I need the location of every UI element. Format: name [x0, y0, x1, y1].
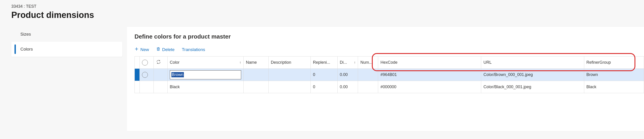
- sort-asc-icon: ↑: [239, 61, 241, 65]
- row-select[interactable]: [140, 81, 154, 93]
- cell-color[interactable]: Black: [167, 81, 244, 93]
- col-rowmarker: [135, 56, 140, 69]
- translations-button[interactable]: Translations: [182, 47, 205, 52]
- cell-description[interactable]: [268, 69, 311, 81]
- cell-refinergroup[interactable]: Black: [584, 81, 644, 93]
- color-grid: Color ↑ Name Description Repleni... Di..…: [134, 56, 644, 93]
- cell-display[interactable]: 0.00: [338, 81, 358, 93]
- col-color[interactable]: Color ↑: [167, 56, 244, 69]
- table-row[interactable]: Black 0 0.00 #000000 Color/Black_000_001…: [135, 81, 644, 93]
- color-input-value: Brown: [172, 72, 184, 77]
- cell-url[interactable]: Color/Brown_000_001.jpeg: [481, 69, 584, 81]
- translations-label: Translations: [182, 47, 205, 52]
- sort-asc-icon: ↑: [354, 61, 356, 65]
- cell-replenishment[interactable]: 0: [311, 81, 338, 93]
- delete-label: Delete: [162, 47, 174, 52]
- col-refinergroup[interactable]: RefinerGroup: [584, 56, 644, 69]
- col-display[interactable]: Di... ↑: [338, 56, 358, 69]
- trash-icon: [156, 47, 160, 52]
- cell-color[interactable]: Brown: [167, 69, 244, 81]
- page-title: Product dimensions: [11, 10, 644, 20]
- plus-icon: [134, 47, 138, 52]
- tab-label: Sizes: [20, 32, 31, 37]
- row-spacer: [154, 69, 167, 81]
- new-label: New: [140, 47, 149, 52]
- cell-hexcode[interactable]: #000000: [378, 81, 481, 93]
- panel-title: Define colors for a product master: [134, 33, 644, 40]
- table-row[interactable]: Brown 0 0.00 #964B01 Color/Brown_000_001…: [135, 69, 644, 81]
- row-select[interactable]: [140, 69, 154, 81]
- col-description[interactable]: Description: [268, 56, 311, 69]
- cell-url[interactable]: Color/Black_000_001.jpeg: [481, 81, 584, 93]
- col-number[interactable]: Num...: [358, 56, 378, 69]
- col-display-label: Di...: [340, 60, 347, 65]
- refresh-button[interactable]: [154, 56, 167, 69]
- row-marker: [135, 81, 140, 93]
- cell-name[interactable]: [244, 69, 268, 81]
- main-panel: Define colors for a product master New D…: [127, 27, 644, 131]
- col-replenishment[interactable]: Repleni...: [311, 56, 338, 69]
- row-spacer: [154, 81, 167, 93]
- col-url[interactable]: URL: [481, 56, 584, 69]
- circle-icon: [142, 72, 148, 78]
- cell-hexcode[interactable]: #964B01: [378, 69, 481, 81]
- col-hexcode[interactable]: HexCode: [378, 56, 481, 69]
- new-button[interactable]: New: [134, 47, 149, 52]
- row-marker: [135, 69, 140, 81]
- cell-number[interactable]: [358, 69, 378, 81]
- cell-refinergroup[interactable]: Brown: [584, 69, 644, 81]
- cell-number[interactable]: [358, 81, 378, 93]
- svg-rect-2: [158, 48, 160, 51]
- cell-replenishment[interactable]: 0: [311, 69, 338, 81]
- cell-display[interactable]: 0.00: [338, 69, 358, 81]
- tab-label: Colors: [20, 47, 33, 52]
- cell-description[interactable]: [268, 81, 311, 93]
- breadcrumb: 33434 : TEST: [11, 4, 644, 9]
- circle-icon: [142, 60, 148, 66]
- cell-name[interactable]: [244, 81, 268, 93]
- col-select-all[interactable]: [140, 56, 154, 69]
- tab-colors[interactable]: Colors: [11, 42, 122, 57]
- delete-button[interactable]: Delete: [156, 47, 174, 52]
- toolbar: New Delete Translations: [134, 47, 644, 52]
- color-input[interactable]: Brown: [170, 70, 241, 79]
- col-color-label: Color: [170, 60, 180, 65]
- col-name[interactable]: Name: [244, 56, 268, 69]
- sidebar: Sizes Colors: [11, 27, 127, 57]
- tab-sizes[interactable]: Sizes: [11, 27, 122, 42]
